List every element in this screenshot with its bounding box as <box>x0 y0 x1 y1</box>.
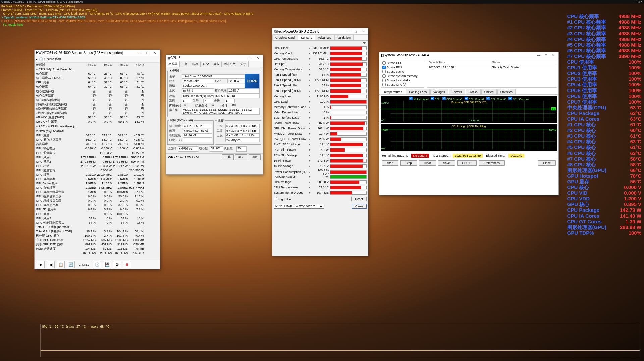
tab-5[interactable]: 测试分数 <box>221 61 238 67</box>
reset-button[interactable]: Reset <box>351 197 367 201</box>
dropdown-icon[interactable]: ▼ <box>307 95 312 98</box>
cpuid-button[interactable]: CPUID <box>457 160 477 166</box>
tab-6[interactable]: 关于 <box>238 61 249 67</box>
subtab-unified[interactable]: Unified <box>481 89 497 94</box>
sensor-row[interactable]: GPU 有效频率2,320.9 MHz64.5 MHz2,847.3 MHz92… <box>35 186 160 190</box>
dropdown-icon[interactable]: ▼ <box>307 79 312 81</box>
subtab-cooling fans[interactable]: Cooling Fans <box>406 89 430 94</box>
settings-button[interactable]: ⚙ <box>113 261 121 268</box>
dropdown-icon[interactable]: ▼ <box>307 171 312 173</box>
first-button[interactable]: ⏮ <box>37 261 45 268</box>
sensor-row[interactable]: GPU 总线接口负载0.0 %0.0 %2.0 %0.0 % <box>35 199 160 203</box>
close-button[interactable]: ✕ <box>151 51 158 55</box>
stress-option[interactable]: Stress cache <box>382 69 423 74</box>
sensor-row[interactable]: GPU Video 频率1,920.0 MHz1,185.0 MHz2,205.… <box>35 181 160 186</box>
sensor-row[interactable]: 已分配 GPU 显存100.2 %2.7 %103.6 %40.4 % <box>35 234 160 238</box>
sensor-row[interactable]: 封装/环形总线功耗超出否否否否 <box>35 111 160 115</box>
sensor-row[interactable]: GPU 视频引擎负载6.0 %0.0 %50.0 %11.8 % <box>35 194 160 199</box>
sensor-row[interactable]: GPU 通道电压11.963 V12.273 V <box>35 151 160 155</box>
dropdown-icon[interactable]: ▼ <box>307 154 312 157</box>
dropdown-icon[interactable]: ▼ <box>307 127 312 130</box>
sensor-row[interactable]: PCIe Slot Power▼15.1 W <box>272 147 368 153</box>
sensor-row[interactable]: Total GPU 功耗 [normaliz...-------- <box>35 225 160 229</box>
sensor-row[interactable]: GPU 风扇21,726 RPM0 RPM1,732 RPM594 RPM <box>35 160 160 164</box>
subtab-voltages[interactable]: Voltages <box>430 89 448 94</box>
dropdown-icon[interactable]: ▼ <box>307 84 312 87</box>
dropdown-icon[interactable]: ▼ <box>307 160 312 162</box>
group-header[interactable]: ▾ ASRock Z790 LiveMixer (... <box>35 124 160 129</box>
save-button[interactable]: Save <box>438 160 455 166</box>
sensor-row[interactable]: GPU 显存结点温度56.0 °C34.0 °C58.0 °C42.5 °C <box>35 138 160 142</box>
sensor-row[interactable]: Fan 1 Speed (%)▼54 % <box>272 72 368 77</box>
close-button[interactable]: ✕ <box>254 56 261 60</box>
sensor-row[interactable]: MVDDC Power Draw▼10.7 W <box>272 131 368 136</box>
sensor-row[interactable]: Memory Clock▼1312.7 MHz <box>272 51 368 56</box>
tab-0[interactable]: 处理器 <box>166 61 180 67</box>
tab-2[interactable]: 内存 <box>190 61 201 67</box>
dropdown-icon[interactable]: ▼ <box>307 63 312 65</box>
tab-graphics-card[interactable]: Graphics Card <box>272 35 298 40</box>
dropdown-icon[interactable]: ▼ <box>307 192 312 194</box>
dropdown-icon[interactable]: ▼ <box>307 101 312 103</box>
sensor-row[interactable]: CPU Temperature▼63.0 °C <box>272 185 368 190</box>
dropdown-icon[interactable]: ▼ <box>307 149 312 151</box>
tab-validation[interactable]: Validation <box>334 35 354 40</box>
sensor-row[interactable]: 16-Pin Voltage▼12.1 V <box>272 163 368 169</box>
dropdown-icon[interactable]: ▼ <box>307 186 312 189</box>
dropdown-icon[interactable]: ▼ <box>307 181 312 183</box>
sensor-row[interactable]: GPU 风扇254 %0 %54 %18 % <box>35 216 160 221</box>
log-to-file-checkbox[interactable]: Log to file <box>274 197 291 201</box>
sensor-row[interactable]: Video Engine Load▼0 % <box>272 110 368 115</box>
stop-button[interactable]: Stop <box>400 160 417 166</box>
sensor-row[interactable]: Memory Controller Load▼1 % <box>272 104 368 110</box>
minimize-button[interactable]: — <box>247 56 254 60</box>
menu-icon[interactable] <box>363 42 366 44</box>
sensor-row[interactable]: GPU 性能限制因素...54 %0 %54 %18 % <box>35 221 160 225</box>
sensor-row[interactable]: PCIe Slot Voltage▼12.1 V <box>272 153 368 158</box>
sensor-row[interactable]: 16.0 GT/s2.5 GT/s16.0 GT/s7.6 GT/s <box>35 251 160 255</box>
sensor-row[interactable]: 封装/环形总线临界温度否否否否 <box>35 107 160 111</box>
preferences-button[interactable]: Preferences <box>479 160 505 166</box>
stress-option[interactable]: Stress system memory <box>382 74 423 78</box>
sensor-row[interactable]: GPU 温度66.8 °C33.2 °C68.2 °C45.5 °C <box>35 133 160 138</box>
sensor-row[interactable]: PWR_SRC Power Draw▼20.5 W <box>272 136 368 142</box>
sensor-row[interactable]: Fan 2 Speed (RPM)▼1726 RPM <box>272 88 368 94</box>
tab-1[interactable]: 主板 <box>179 61 190 67</box>
sensor-row[interactable]: GPU 风扇10.0 %100.0 % <box>35 212 160 216</box>
stress-option[interactable]: Stress CPU <box>382 61 423 65</box>
maximize-button[interactable]: □ <box>144 51 151 55</box>
tab-4[interactable]: 显卡 <box>211 61 222 67</box>
sensor-row[interactable]: Memory Used▼1163 MB <box>272 94 368 99</box>
sensor-row[interactable]: GPU Chip Power Draw▼267.1 W <box>272 126 368 131</box>
sensor-row[interactable]: GPU3D 使用率9.4 %5.7 %9.6 %7.2 % <box>35 207 160 212</box>
subtab-clocks[interactable]: Clocks <box>466 89 481 94</box>
close-button[interactable]: ✕ <box>359 29 367 33</box>
dropdown-icon[interactable]: ▼ <box>307 47 312 49</box>
sensor-row[interactable]: 核心温度60 °C26 °C66 °C48 °C <box>35 72 160 76</box>
tab-sensors[interactable]: Sensors <box>298 35 315 40</box>
verify-button[interactable]: 验证 <box>235 154 247 160</box>
sensor-row[interactable]: Power Consumption (%)▼100.9 % TDP <box>272 169 368 174</box>
sensor-row[interactable]: Memory Temperature▼56.0 °C <box>272 67 368 72</box>
sensor-row[interactable]: Board Power Draw▼287.6 W <box>272 120 368 126</box>
sensor-row[interactable]: Fan 1 Speed (RPM)▼1727 RPM <box>272 77 368 83</box>
sensor-row[interactable]: GPU Load▼100 % <box>272 99 368 104</box>
sensor-row[interactable]: GPU 核心电压0.890 V0.880 V1.100 V0.889 V <box>35 146 160 151</box>
sensor-row[interactable]: Fan 2 Speed (%)▼54 % <box>272 83 368 88</box>
sensor-row[interactable]: 封装/环形总线过热掉核否否否否 <box>35 102 160 107</box>
sensor-row[interactable]: Bus Interface Load▼1 % <box>272 115 368 120</box>
sensor-row[interactable]: GPU 风扇11,727 RPM0 RPM1,732 RPM595 RPM <box>35 155 160 160</box>
sensor-row[interactable]: 核心温度与 T.MAX ...55 °C45 °C89 °C67 °C <box>35 76 160 80</box>
dropdown-icon[interactable]: ▼ <box>307 58 312 60</box>
stress-option[interactable]: Stress GPU(s) <box>382 82 423 87</box>
dropdown-icon[interactable]: ▼ <box>307 74 312 76</box>
sensor-row[interactable]: GPU 功耗285.161 W8.363 W285.747 W108.129 W <box>35 164 160 168</box>
clock-icon[interactable]: 🕐 <box>93 261 101 268</box>
sensor-row[interactable]: PCIe 链路速度104 MB69 MB113 MB76 MB <box>35 247 160 251</box>
gpu-select[interactable]: NVIDIA GeForce RTX 4070 Ti <box>274 204 324 209</box>
sensor-row[interactable]: GPU 通道功耗0.000 W280.585 W <box>35 168 160 173</box>
stress-option[interactable]: Stress FPU <box>382 65 423 69</box>
sensor-row[interactable]: GPU 显存控制器负载1.0 %0.0 %100.0 %37.1 % <box>35 190 160 194</box>
sensor-row[interactable]: 核心最高64 °C32 °C66 °C51 °C <box>35 85 160 89</box>
save-button[interactable]: 💾 <box>103 261 111 268</box>
